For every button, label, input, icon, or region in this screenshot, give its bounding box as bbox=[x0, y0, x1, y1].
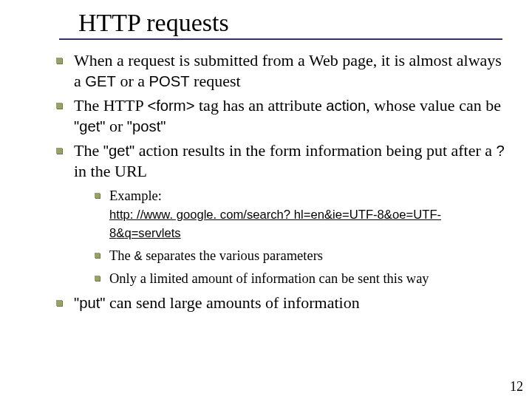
text: or a bbox=[116, 72, 149, 90]
title-underline: HTTP requests bbox=[59, 9, 502, 40]
code-url: q=servlets bbox=[124, 226, 180, 240]
page-number: 12 bbox=[510, 379, 523, 395]
bullet-item: "put" can send large amounts of informat… bbox=[52, 293, 510, 313]
text: action results in the form information b… bbox=[134, 141, 496, 160]
slide-title: HTTP requests bbox=[78, 9, 502, 37]
text: can send large amounts of information bbox=[106, 293, 360, 312]
text: , whose value can be bbox=[366, 96, 501, 115]
text: Example: bbox=[109, 188, 162, 203]
code-get: GET bbox=[85, 73, 116, 89]
code-amp: & bbox=[384, 208, 392, 222]
code-action: action bbox=[326, 98, 366, 114]
code-url: ie=UTF-8 bbox=[332, 208, 384, 222]
code-amp: & bbox=[134, 249, 142, 263]
code-amp: & bbox=[324, 208, 332, 222]
text: Only a limited amount of information can… bbox=[109, 271, 429, 286]
text: tag has an attribute bbox=[195, 96, 327, 115]
code-get-str: "get" bbox=[74, 118, 106, 134]
text: The bbox=[74, 141, 103, 160]
code-question-mark: ? bbox=[497, 143, 505, 159]
bullet-item: The HTTP <form> tag has an attribute act… bbox=[52, 95, 510, 136]
slide: HTTP requests When a request is submitte… bbox=[0, 0, 532, 399]
text: or bbox=[106, 117, 127, 135]
code-form-tag: <form> bbox=[147, 98, 194, 114]
code-put-str: "put" bbox=[74, 295, 106, 311]
sub-bullet-item: Example: http: //www. google. com/search… bbox=[92, 187, 510, 242]
bullet-list: When a request is submitted from a Web p… bbox=[52, 50, 510, 313]
text: in the URL bbox=[74, 162, 147, 180]
code-amp: & bbox=[116, 226, 124, 240]
sub-bullet-list: Example: http: //www. google. com/search… bbox=[92, 187, 510, 288]
text: The HTTP bbox=[74, 96, 147, 115]
text: separates the various parameters bbox=[143, 248, 324, 263]
code-post: POST bbox=[149, 73, 189, 89]
sub-bullet-item: Only a limited amount of information can… bbox=[92, 270, 510, 288]
text: The bbox=[109, 248, 134, 263]
code-url: http: //www. google. com/search? hl=en bbox=[109, 208, 324, 222]
code-get-str: "get" bbox=[103, 143, 135, 159]
code-post-str: "post" bbox=[127, 118, 166, 134]
bullet-item: When a request is submitted from a Web p… bbox=[52, 50, 510, 91]
sub-bullet-item: The & separates the various parameters bbox=[92, 247, 510, 265]
bullet-item: The "get" action results in the form inf… bbox=[52, 140, 510, 288]
text: request bbox=[190, 72, 241, 90]
